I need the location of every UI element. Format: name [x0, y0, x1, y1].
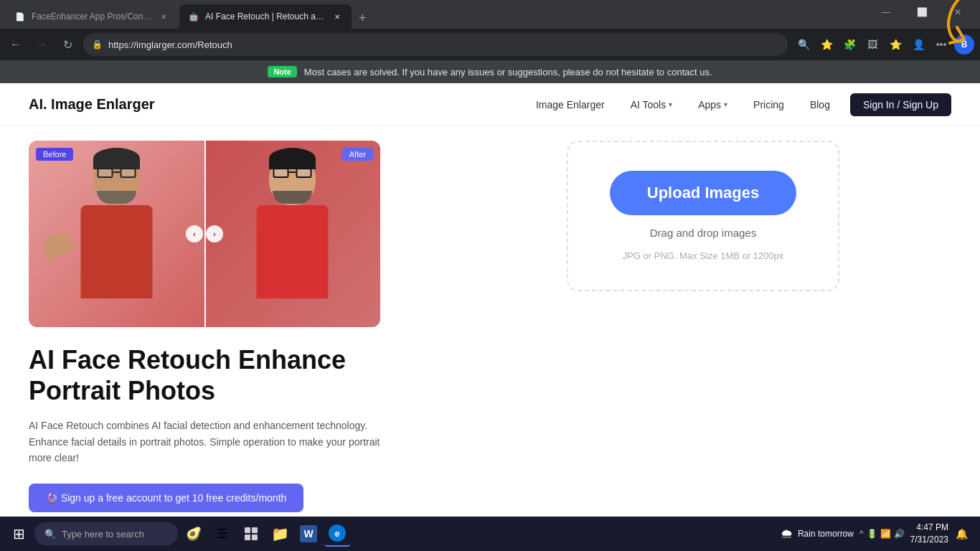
site-nav: AI. Image Enlarger Image Enlarger AI Too…: [0, 83, 980, 126]
arrow-right-button[interactable]: ›: [206, 225, 223, 242]
taskview-icon[interactable]: ☰: [209, 521, 235, 547]
time-display: 4:47 PM: [910, 522, 948, 534]
system-tray: 🌧 Rain tomorrow ^ 🔋 📶 🔊 4:47 PM 7/31/202…: [775, 522, 974, 546]
taskbar-folder-icon[interactable]: 📁: [267, 521, 293, 547]
system-icons: ^ 🔋 📶 🔊: [859, 529, 905, 539]
svg-rect-0: [245, 527, 250, 533]
main-content: Before: [0, 126, 980, 514]
taskbar-search[interactable]: 🔍 Type here to search: [34, 522, 178, 545]
taskbar: ⊞ 🔍 Type here to search 🥑 ☰ 📁 W e 🌧 Rain…: [0, 517, 980, 551]
after-image: After: [204, 141, 380, 327]
weather-icon: 🌧: [781, 527, 793, 542]
chevron-down-icon: ▾: [724, 100, 727, 108]
search-placeholder-text: Type here to search: [62, 529, 144, 540]
tab-close-1[interactable]: ✕: [158, 11, 169, 22]
svg-rect-1: [252, 527, 258, 533]
nav-apps[interactable]: Apps ▾: [692, 96, 733, 113]
search-icon: 🔍: [44, 529, 56, 540]
notification-text: Most cases are solved. If you have any i…: [304, 67, 712, 77]
notification-center-icon[interactable]: 🔔: [954, 527, 969, 541]
taskbar-edge-icon[interactable]: e: [324, 521, 350, 547]
readmode-button[interactable]: 🔍: [793, 34, 814, 55]
upload-area: Upload Images Drag and drop images JPG o…: [567, 141, 839, 291]
taskbar-grid-icon[interactable]: [238, 521, 264, 547]
site-logo: AI. Image Enlarger: [29, 96, 155, 113]
date-display: 7/31/2023: [910, 534, 948, 546]
network-icon[interactable]: 📶: [880, 529, 891, 539]
nav-image-enlarger[interactable]: Image Enlarger: [530, 96, 611, 113]
notification-banner: Note Most cases are solved. If you have …: [0, 60, 980, 83]
start-button[interactable]: ⊞: [6, 521, 32, 547]
sign-in-button[interactable]: Sign In / Sign Up: [850, 93, 951, 116]
left-panel: Before: [29, 141, 502, 512]
minimize-button[interactable]: —: [870, 0, 903, 24]
favorites-button[interactable]: ⭐: [816, 34, 837, 55]
signup-cta-button[interactable]: 🔮 Sign up a free account to get 10 free …: [29, 484, 303, 512]
website-content: AI. Image Enlarger Image Enlarger AI Too…: [0, 83, 980, 514]
refresh-button[interactable]: ↻: [57, 34, 77, 55]
tab-bar: 📄 FaceEnhancer App Pros/Cons, N... ✕ 🤖 A…: [0, 0, 980, 29]
chevron-up-icon[interactable]: ^: [859, 529, 864, 539]
nav-ai-tools[interactable]: AI Tools ▾: [625, 96, 679, 113]
file-format-hint: JPG or PNG. Max Size 1MB or 1200px: [623, 250, 784, 261]
nav-blog[interactable]: Blog: [804, 96, 836, 113]
hero-description: AI Face Retouch combines AI facial detec…: [29, 418, 387, 466]
browser-toolbar: ← → ↻ 🔒 https://imglarger.com/Retouch 🔍 …: [0, 29, 980, 60]
tab-close-2[interactable]: ✕: [331, 11, 343, 22]
right-panel: Upload Images Drag and drop images JPG o…: [531, 141, 875, 291]
browser-tab-2[interactable]: 🤖 AI Face Retouch | Retouch and F... ✕: [179, 4, 352, 29]
nav-pricing[interactable]: Pricing: [748, 96, 790, 113]
tab-favicon-2: 🤖: [188, 11, 199, 22]
lock-icon: 🔒: [92, 39, 103, 50]
collections-button[interactable]: ⭐: [885, 34, 905, 55]
svg-rect-2: [245, 534, 250, 540]
weather-text: Rain tomorrow: [798, 529, 854, 539]
browser-chrome: 📄 FaceEnhancer App Pros/Cons, N... ✕ 🤖 A…: [0, 0, 980, 60]
clock[interactable]: 4:47 PM 7/31/2023: [910, 522, 948, 546]
upload-button[interactable]: Upload Images: [610, 171, 796, 215]
drag-drop-text: Drag and drop images: [650, 227, 756, 239]
back-button[interactable]: ←: [6, 34, 26, 55]
comparison-arrows[interactable]: ‹ ›: [186, 225, 223, 242]
volume-icon[interactable]: 🔊: [894, 529, 905, 539]
note-badge: Note: [268, 66, 296, 77]
chevron-down-icon: ▾: [669, 100, 672, 108]
new-tab-button[interactable]: +: [353, 8, 372, 29]
before-image: Before: [29, 141, 204, 327]
tab-title-1: FaceEnhancer App Pros/Cons, N...: [32, 11, 152, 22]
url-text: https://imglarger.com/Retouch: [108, 39, 779, 50]
svg-rect-3: [252, 534, 258, 540]
battery-icon[interactable]: 🔋: [867, 529, 877, 539]
page-headline: AI Face Retouch Enhance Portrait Photos: [29, 344, 502, 406]
avocado-icon[interactable]: 🥑: [181, 521, 207, 547]
tab-title-2: AI Face Retouch | Retouch and F...: [205, 11, 326, 22]
split-button[interactable]: 🖼: [862, 34, 882, 55]
tab-favicon-1: 📄: [14, 11, 26, 22]
image-comparison: Before: [29, 141, 380, 327]
extensions-button[interactable]: 🧩: [839, 34, 859, 55]
browser-tab-1[interactable]: 📄 FaceEnhancer App Pros/Cons, N... ✕: [6, 4, 178, 29]
address-bar[interactable]: 🔒 https://imglarger.com/Retouch: [83, 33, 788, 56]
profile-button[interactable]: 👤: [908, 34, 928, 55]
weather-widget[interactable]: 🌧 Rain tomorrow: [781, 527, 854, 542]
forward-button[interactable]: →: [32, 34, 52, 55]
taskbar-word-icon[interactable]: W: [296, 521, 321, 547]
arrow-left-button[interactable]: ‹: [186, 225, 203, 242]
